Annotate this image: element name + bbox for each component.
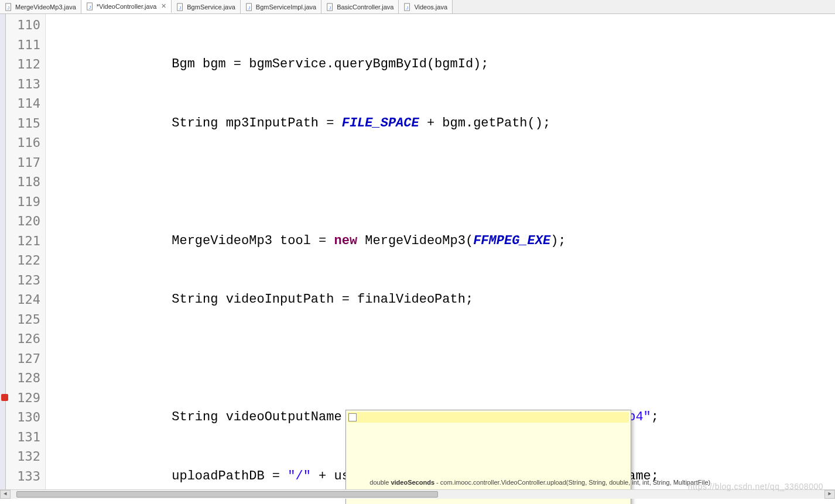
line-number[interactable]: 124 [6,290,45,310]
java-file-icon: J [176,3,184,11]
tooltip-text: double videoSeconds - com.imooc.controll… [369,479,710,486]
line-number[interactable]: 133 [6,467,45,486]
line-number[interactable]: 125 [6,310,45,330]
editor-tabs: J MergeVideoMp3.java J *VideoController.… [0,0,835,14]
code-line[interactable] [46,349,835,369]
tab-bgmserviceimpl[interactable]: J BgmServiceImpl.java [241,0,321,13]
line-number[interactable]: 119 [6,192,45,212]
code-line[interactable] [46,172,835,192]
scrollbar-thumb[interactable] [16,491,438,498]
code-editor[interactable]: Bgm bgm = bgmService.queryBgmById(bgmId)… [46,14,835,489]
java-file-icon: J [326,3,334,11]
java-file-icon: J [245,3,254,11]
line-number[interactable]: 112 [6,54,45,74]
horizontal-scrollbar[interactable]: ◄ ► [0,489,835,498]
code-line[interactable]: String videoInputPath = finalVideoPath; [46,290,835,310]
line-number[interactable]: 130 [6,407,45,427]
line-number[interactable]: 126 [6,329,45,349]
java-file-icon: J [5,3,13,11]
java-file-icon: J [403,3,412,11]
line-number[interactable]: 131 [6,427,45,447]
line-number[interactable]: 113 [6,74,45,94]
line-number[interactable]: 117 [6,153,45,173]
line-number[interactable]: 127 [6,349,45,369]
svg-text:J: J [329,5,331,10]
line-number[interactable]: 115 [6,114,45,133]
tab-label: BasicController.java [337,4,393,11]
scrollbar-track[interactable] [11,490,824,499]
close-icon[interactable]: ✕ [161,3,166,9]
line-number[interactable]: 129 [6,388,45,408]
line-number[interactable]: 123 [6,270,45,290]
svg-text:J: J [179,5,182,10]
tab-label: BgmServiceImpl.java [256,4,316,11]
tab-label: *VideoController.java [97,3,157,10]
java-file-icon: J [86,2,94,11]
line-number[interactable]: 121 [6,231,45,251]
line-number-gutter[interactable]: 1101111121131141151161171181191201211221… [6,14,46,489]
tab-videocontroller[interactable]: J *VideoController.java ✕ [81,0,172,13]
line-number[interactable]: 118 [6,172,45,192]
scroll-left-icon[interactable]: ◄ [0,490,11,499]
svg-text:J: J [88,4,91,9]
line-number[interactable]: 132 [6,447,45,467]
line-number[interactable]: 122 [6,251,45,270]
line-number[interactable]: 116 [6,133,45,153]
line-number[interactable]: 128 [6,368,45,388]
code-line[interactable]: Bgm bgm = bgmService.queryBgmById(bgmId)… [46,54,835,74]
line-number[interactable]: 120 [6,211,45,231]
svg-text:J: J [248,5,250,10]
editor-area: 1101111121131141151161171181191201211221… [0,14,835,489]
tab-mergevideomp3[interactable]: J MergeVideoMp3.java [0,0,81,13]
tab-bgmservice[interactable]: J BgmService.java [172,0,241,13]
tab-label: BgmService.java [187,4,235,11]
variable-icon [348,413,357,421]
svg-text:J: J [406,5,409,10]
tab-videos[interactable]: J Videos.java [399,0,453,13]
code-line[interactable]: String mp3InputPath = FILE_SPACE + bgm.g… [46,114,835,133]
line-number[interactable]: 111 [6,35,45,55]
line-number[interactable]: 110 [6,15,45,35]
line-number[interactable]: 114 [6,94,45,114]
svg-text:J: J [7,5,9,10]
overview-ruler[interactable] [0,14,6,489]
tab-basiccontroller[interactable]: J BasicController.java [321,0,399,13]
scroll-right-icon[interactable]: ► [824,490,835,499]
tab-label: MergeVideoMp3.java [15,4,76,11]
tab-label: Videos.java [414,4,447,11]
code-line[interactable]: MergeVideoMp3 tool = new MergeVideoMp3(F… [46,231,835,251]
